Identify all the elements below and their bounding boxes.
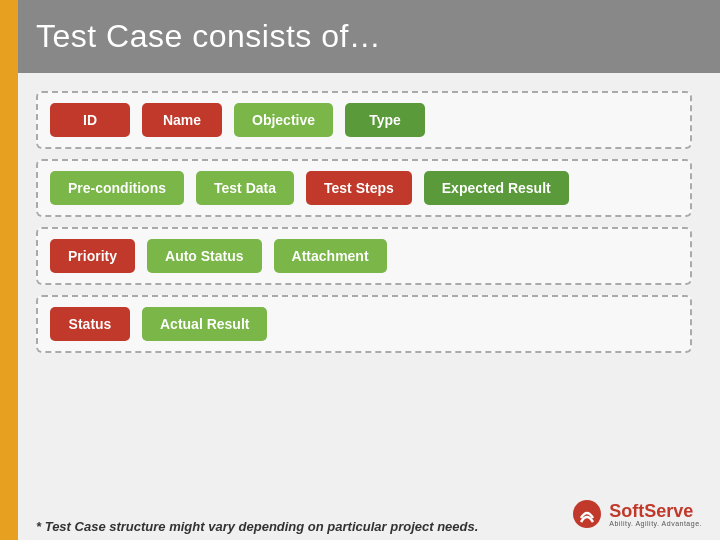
actualresult-badge: Actual Result: [142, 307, 267, 341]
attachment-badge: Attachment: [274, 239, 387, 273]
type-badge: Type: [345, 103, 425, 137]
id-badge: ID: [50, 103, 130, 137]
footer-logo: SoftServe Ability. Agility. Advantage.: [571, 498, 702, 530]
slide: Test Case consists of… IDNameObjectiveTy…: [0, 0, 720, 540]
left-accent: [0, 0, 18, 540]
slide-title: Test Case consists of…: [36, 18, 381, 55]
badge-row-row3: PriorityAuto StatusAttachment: [36, 227, 692, 285]
priority-badge: Priority: [50, 239, 135, 273]
autostatus-badge: Auto Status: [147, 239, 262, 273]
teststeps-badge: Test Steps: [306, 171, 412, 205]
expectedresult-badge: Expected Result: [424, 171, 569, 205]
slide-content: IDNameObjectiveTypePre-conditionsTest Da…: [0, 73, 720, 513]
logo-tagline: Ability. Agility. Advantage.: [609, 520, 702, 527]
badge-row-row4: StatusActual Result: [36, 295, 692, 353]
testdata-badge: Test Data: [196, 171, 294, 205]
name-badge: Name: [142, 103, 222, 137]
badge-row-row1: IDNameObjectiveType: [36, 91, 692, 149]
objective-badge: Objective: [234, 103, 333, 137]
preconditions-badge: Pre-conditions: [50, 171, 184, 205]
softserve-logo-icon: [571, 498, 603, 530]
logo-name: SoftServe: [609, 502, 693, 520]
slide-header: Test Case consists of…: [0, 0, 720, 73]
logo-text: SoftServe Ability. Agility. Advantage.: [609, 502, 702, 527]
status-badge: Status: [50, 307, 130, 341]
badge-row-row2: Pre-conditionsTest DataTest StepsExpecte…: [36, 159, 692, 217]
